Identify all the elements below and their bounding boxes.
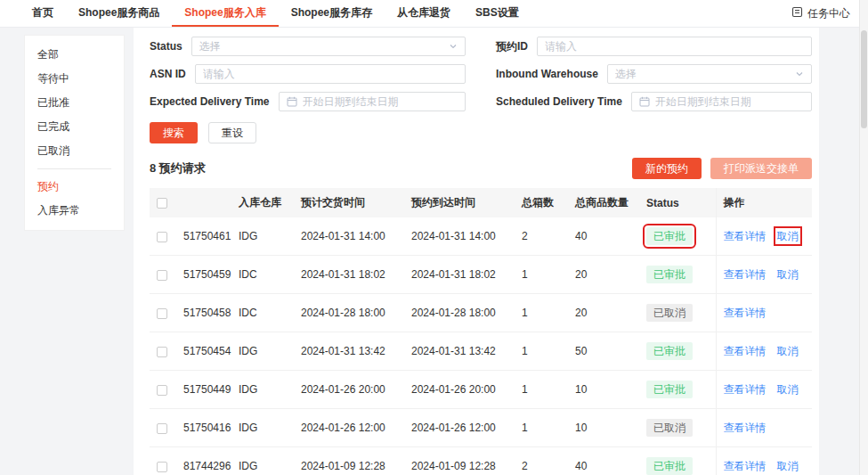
sidebar-item-4[interactable]: 已完成 [25,115,124,139]
search-button[interactable]: 搜索 [150,122,198,143]
row-checkbox-cell [150,371,176,409]
row-checkbox[interactable] [157,385,167,396]
row-expected-time: 2024-01-31 18:02 [294,256,404,294]
calendar-icon [639,96,650,107]
status-badge: 已取消 [646,304,693,322]
page-scrollbar[interactable] [859,0,868,475]
row-warehouse: IDG [231,409,294,447]
list-actions: 新的预约 打印派送交接单 [632,158,812,179]
cancel-link[interactable]: 取消 [777,460,799,472]
row-checkbox[interactable] [157,308,167,319]
header-actions: 操作 [716,188,812,217]
row-actions: 查看详情取消 [716,447,812,475]
row-checkbox-cell [150,256,176,294]
scheduled-delivery-date-range[interactable]: 开始日期到结束日期 [631,92,812,111]
inbound-warehouse-filter-field: Inbound Warehouse 选择 [496,64,812,84]
sidebar-item-2[interactable]: 等待中 [25,67,124,91]
view-details-link[interactable]: 查看详情 [724,345,767,357]
row-status-cell: 已审批 [639,447,716,475]
status-badge: 已审批 [646,227,693,245]
nav-item-4[interactable]: Shopee服务库存 [279,0,385,27]
sidebar-item-6[interactable]: 预约 [25,175,124,199]
reset-button[interactable]: 重设 [208,122,256,143]
scheduled-delivery-filter-field: Scheduled Delivery Time 开始日期到结束日期 [496,92,812,111]
header-expected-time: 预计交货时间 [294,188,404,217]
task-center-button[interactable]: 任务中心 [791,0,850,27]
scrollbar-thumb[interactable] [861,30,867,128]
row-arrival-time: 2024-01-09 12:28 [404,447,515,475]
table-row: 51750461 IDG 2024-01-31 14:00 2024-01-31… [150,217,812,256]
cancel-link[interactable]: 取消 [777,345,799,357]
nav-item-3[interactable]: Shopee服务入库 [172,0,278,27]
header-arrival-time: 预约到达时间 [404,188,515,217]
row-expected-time: 2024-01-26 20:00 [294,371,404,409]
view-details-link[interactable]: 查看详情 [724,460,767,472]
nav-item-6[interactable]: SBS设置 [463,0,531,27]
row-warehouse: IDG [231,371,294,409]
reservation-id-filter-field: 预约ID [496,37,812,56]
reservation-id-label: 预约ID [496,39,528,54]
expected-delivery-date-range[interactable]: 开始日期到结束日期 [279,92,466,111]
view-details-link[interactable]: 查看详情 [724,307,767,319]
row-actions: 查看详情取消 [716,217,812,256]
row-total-items: 50 [568,332,639,371]
sidebar-item-1[interactable]: 全部 [25,43,124,67]
cancel-link[interactable]: 取消 [777,230,799,242]
asn-id-input[interactable] [195,64,466,84]
header-select-all [150,188,176,217]
status-badge: 已审批 [646,381,693,398]
row-actions: 查看详情取消 [716,371,812,409]
row-actions: 查看详情取消 [716,256,812,294]
task-center-icon [791,6,803,20]
table-row: 81744296 IDG 2024-01-09 12:28 2024-01-09… [150,447,812,475]
view-details-link[interactable]: 查看详情 [724,383,767,396]
row-warehouse: IDG [231,447,294,475]
table-body: 51750461 IDG 2024-01-31 14:00 2024-01-31… [150,217,812,475]
row-actions: 查看详情 [716,409,812,447]
table-header-row: 入库仓库 预计交货时间 预约到达时间 总箱数 总商品数量 Status 操作 [150,188,812,217]
table-row: 51750416 IDG 2024-01-26 12:00 2024-01-26… [150,409,812,447]
scheduled-delivery-label: Scheduled Delivery Time [496,95,622,108]
row-status-cell: 已审批 [639,217,716,256]
select-all-checkbox[interactable] [157,198,167,209]
row-total-boxes: 1 [515,294,568,332]
row-checkbox-cell [150,447,176,475]
status-filter-select[interactable]: 选择 [191,37,466,56]
view-details-link[interactable]: 查看详情 [724,268,767,281]
sidebar-item-7[interactable]: 入库异常 [25,199,124,223]
row-arrival-time: 2024-01-28 18:00 [404,294,515,332]
inbound-warehouse-label: Inbound Warehouse [496,68,598,80]
row-checkbox[interactable] [157,347,167,357]
row-expected-time: 2024-01-31 14:00 [294,217,404,256]
new-reservation-button[interactable]: 新的预约 [632,158,702,179]
nav-item-1[interactable]: 首页 [20,0,66,27]
row-checkbox[interactable] [157,270,167,281]
print-handover-button[interactable]: 打印派送交接单 [710,158,812,179]
row-total-boxes: 1 [515,409,568,447]
sidebar-item-3[interactable]: 已批准 [25,91,124,115]
sidebar-item-5[interactable]: 已取消 [25,139,124,163]
row-total-boxes: 1 [515,256,568,294]
row-checkbox-cell [150,217,176,256]
row-arrival-time: 2024-01-31 14:00 [404,217,515,256]
status-badge: 已取消 [646,419,693,437]
cancel-link[interactable]: 取消 [777,268,799,281]
main-panel: Status 选择 预约ID ASN ID Inbound Warehouse [134,28,819,475]
cancel-link[interactable]: 取消 [777,383,799,396]
view-details-link[interactable]: 查看详情 [724,422,767,434]
expected-delivery-label: Expected Delivery Time [150,95,270,108]
row-checkbox[interactable] [157,423,167,434]
inbound-warehouse-select[interactable]: 选择 [607,64,812,84]
row-checkbox[interactable] [157,232,167,242]
row-arrival-time: 2024-01-31 18:02 [404,256,515,294]
row-total-items: 20 [568,294,639,332]
row-arrival-time: 2024-01-31 13:42 [404,332,515,371]
nav-item-2[interactable]: Shopee服务商品 [66,0,172,27]
nav-item-5[interactable]: 从仓库退货 [385,0,463,27]
status-badge: 已审批 [646,266,693,283]
row-checkbox[interactable] [157,462,167,472]
table-row: 51750458 IDC 2024-01-28 18:00 2024-01-28… [150,294,812,332]
reservation-id-input[interactable] [537,37,812,56]
table-row: 51750459 IDC 2024-01-31 18:02 2024-01-31… [150,256,812,294]
view-details-link[interactable]: 查看详情 [724,230,767,242]
